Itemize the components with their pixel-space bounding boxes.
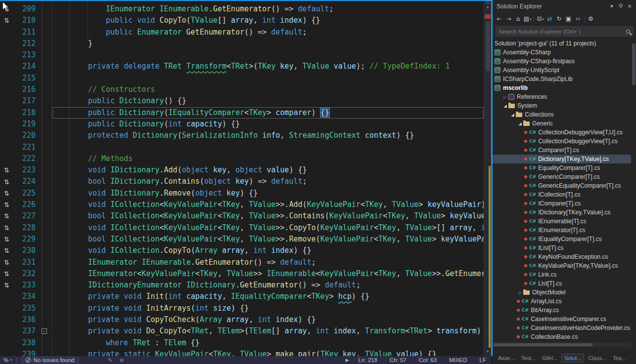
line-indicator[interactable]: Ln: 218 bbox=[358, 357, 377, 363]
tree-item[interactable]: C#CaseInsensitiveComparer.cs bbox=[493, 315, 631, 324]
code-line[interactable]: void ICollection<KeyValuePair<TKey, TVal… bbox=[52, 199, 484, 210]
line-number[interactable]: 226 bbox=[13, 199, 39, 210]
home-icon[interactable]: ⌂ bbox=[513, 14, 523, 24]
scroll-up-icon[interactable]: ▴ bbox=[484, 4, 491, 9]
line-number[interactable]: 232 bbox=[13, 268, 39, 280]
show-all-files-icon[interactable]: ▣ bbox=[564, 14, 573, 24]
editor-scrollbar[interactable]: ▴ ▾ bbox=[484, 0, 491, 356]
line-number[interactable]: 225 bbox=[13, 188, 39, 199]
tree-item[interactable]: C#IEqualityComparer[T].cs bbox=[493, 235, 631, 243]
line-number[interactable]: 218 bbox=[13, 107, 39, 119]
column-indicator[interactable]: Col: 63 bbox=[419, 357, 437, 363]
code-line[interactable]: bool IDictionary.Contains(object key) =>… bbox=[52, 176, 484, 187]
chevron-expanded-icon[interactable]: ◢ bbox=[517, 121, 523, 126]
implements-icon[interactable]: ⇅ bbox=[4, 224, 9, 232]
code-line[interactable]: public Dictionary() {} bbox=[52, 95, 484, 107]
implements-icon[interactable]: ⇅ bbox=[4, 236, 9, 243]
play-icon[interactable]: ▶ bbox=[346, 358, 349, 363]
code-line[interactable]: public Dictionary(int capacity) {} bbox=[52, 119, 484, 130]
panel-tab[interactable]: Class... bbox=[586, 354, 609, 362]
tree-item[interactable]: Assembly-UnityScript bbox=[493, 66, 631, 75]
line-number[interactable]: 213 bbox=[13, 49, 39, 61]
line-number[interactable]: 239 bbox=[13, 349, 39, 356]
code-line[interactable]: // Methods bbox=[52, 153, 484, 164]
line-number[interactable]: 222 bbox=[13, 153, 39, 164]
code-line[interactable]: void IDictionary.Add(object key, object … bbox=[52, 164, 484, 176]
code-line[interactable]: public Enumerator GetEnumerator() => def… bbox=[52, 27, 484, 38]
panel-vscrollbar[interactable] bbox=[631, 39, 636, 347]
code-line[interactable]: bool ICollection<KeyValuePair<TKey, TVal… bbox=[52, 234, 484, 245]
code-line[interactable]: void ICollection<KeyValuePair<TKey, TVal… bbox=[52, 222, 484, 234]
encoding-indicator[interactable]: MIXED bbox=[449, 357, 467, 363]
tree-item[interactable]: C#Link.cs bbox=[493, 270, 631, 279]
implements-icon[interactable]: ⇅ bbox=[4, 247, 9, 254]
tree-item[interactable]: C#IComparer[T].cs bbox=[493, 199, 631, 208]
tree-item[interactable]: Assembly-CSharp-firstpass bbox=[493, 57, 631, 66]
line-number[interactable]: 217 bbox=[13, 95, 39, 107]
line-number[interactable]: 227 bbox=[13, 210, 39, 222]
chevron-expanded-icon[interactable]: ◢ bbox=[509, 113, 516, 117]
code-line[interactable]: void IDictionary.Remove(object key) {} bbox=[52, 188, 484, 199]
collapse-all-icon[interactable]: ⊟▾ bbox=[536, 14, 545, 24]
tree-item[interactable]: C#CollectionDebuggerView[T].cs bbox=[493, 137, 631, 146]
tree-item[interactable]: C#ArrayList.cs bbox=[493, 297, 631, 306]
implements-icon[interactable]: ⇅ bbox=[4, 178, 9, 186]
tree-item[interactable]: C#KeyNotFoundException.cs bbox=[493, 252, 631, 261]
search-box[interactable] bbox=[496, 26, 633, 37]
sync-with-active-document-icon[interactable]: ⇄ bbox=[545, 14, 554, 24]
tree-item[interactable]: C#IList[T].cs bbox=[493, 243, 631, 252]
refresh-icon[interactable]: ↻ bbox=[554, 14, 564, 24]
code-line[interactable]: IDictionaryEnumerator IDictionary.GetEnu… bbox=[52, 280, 484, 291]
panel-tab[interactable]: Tea... bbox=[610, 354, 629, 362]
line-number[interactable]: 212 bbox=[13, 38, 39, 49]
tree-item[interactable]: ◢Generic bbox=[493, 119, 631, 128]
line-number[interactable]: 221 bbox=[13, 142, 39, 153]
code-line[interactable]: bool ICollection<KeyValuePair<TKey, TVal… bbox=[52, 210, 484, 222]
vscroll-thumb[interactable] bbox=[632, 43, 636, 85]
tree-item[interactable]: C#CollectionBase.cs bbox=[493, 332, 631, 341]
line-number[interactable]: 220 bbox=[13, 130, 39, 141]
code-line[interactable]: protected Dictionary(SerializationInfo i… bbox=[52, 130, 484, 141]
tree-item[interactable]: Solution 'project-gui' (11 of 11 project… bbox=[493, 39, 631, 48]
pencil-icon[interactable]: ✎ bbox=[108, 357, 112, 364]
code-line[interactable]: IEnumerator<KeyValuePair<TKey, TValue>> … bbox=[52, 268, 484, 280]
back-icon[interactable]: ← bbox=[495, 14, 504, 24]
line-number[interactable]: 237 bbox=[13, 325, 39, 337]
code-line[interactable]: IEnumerator IEnumerable.GetEnumerator() … bbox=[52, 257, 484, 268]
fold-button[interactable]: - bbox=[42, 328, 47, 334]
forward-icon[interactable]: → bbox=[504, 14, 513, 24]
tree-item[interactable]: C#EqualityComparer[T].cs bbox=[493, 163, 631, 172]
zoom-control[interactable]: % ▾ bbox=[3, 357, 12, 363]
line-number[interactable]: 209 bbox=[13, 3, 39, 15]
chevron-collapsed-icon[interactable]: ▷ bbox=[517, 290, 523, 295]
code-line[interactable]: private void Init(int capacity, IEqualit… bbox=[52, 291, 484, 302]
scroll-down-icon[interactable]: ▾ bbox=[484, 349, 491, 354]
chevron-expanded-icon[interactable]: ◢ bbox=[502, 104, 508, 108]
panel-tab[interactable]: Test... bbox=[519, 354, 538, 362]
line-number[interactable]: 228 bbox=[13, 222, 39, 234]
tree-item[interactable]: C#CollectionDebuggerView[T,U].cs bbox=[493, 128, 631, 137]
implements-icon[interactable]: ⇅ bbox=[4, 282, 9, 289]
line-number[interactable]: 230 bbox=[13, 245, 39, 256]
code-line[interactable]: private void InitArrays(int size) {} bbox=[52, 303, 484, 314]
char-indicator[interactable]: Ch: 57 bbox=[390, 357, 407, 363]
tree-item[interactable]: C#BitArray.cs bbox=[493, 306, 631, 315]
code-line[interactable]: private delegate TRet Transform<TRet>(TK… bbox=[52, 61, 484, 72]
tree-item[interactable]: C#Comparer[T].cs bbox=[493, 146, 631, 155]
line-number[interactable]: 214 bbox=[13, 61, 39, 72]
code-line[interactable]: private void Do_CopyTo<TRet, TElem>(TEle… bbox=[52, 325, 484, 337]
search-input[interactable] bbox=[499, 29, 624, 35]
code-line[interactable]: IEnumerator IEnumerable.GetEnumerator() … bbox=[52, 3, 484, 15]
switch-views-icon[interactable]: ▤▾ bbox=[523, 14, 532, 24]
tree-item[interactable]: Assembly-CSharp bbox=[493, 48, 631, 57]
code-line[interactable]: } bbox=[52, 38, 484, 49]
tree-item[interactable]: C#IEnumerator[T].cs bbox=[493, 226, 631, 235]
list-icon[interactable]: ≡ bbox=[119, 357, 124, 364]
line-number[interactable]: 211 bbox=[13, 27, 39, 38]
implements-icon[interactable]: ⇅ bbox=[4, 259, 9, 266]
view-code-icon[interactable]: ‹› bbox=[573, 14, 583, 24]
panel-hscrollbar[interactable] bbox=[493, 342, 631, 347]
chevron-collapsed-icon[interactable]: ▷ bbox=[502, 95, 508, 99]
line-number[interactable]: 229 bbox=[13, 234, 39, 245]
tree-item[interactable]: C#KeyValuePair[TKey,TValue].cs bbox=[493, 261, 631, 270]
